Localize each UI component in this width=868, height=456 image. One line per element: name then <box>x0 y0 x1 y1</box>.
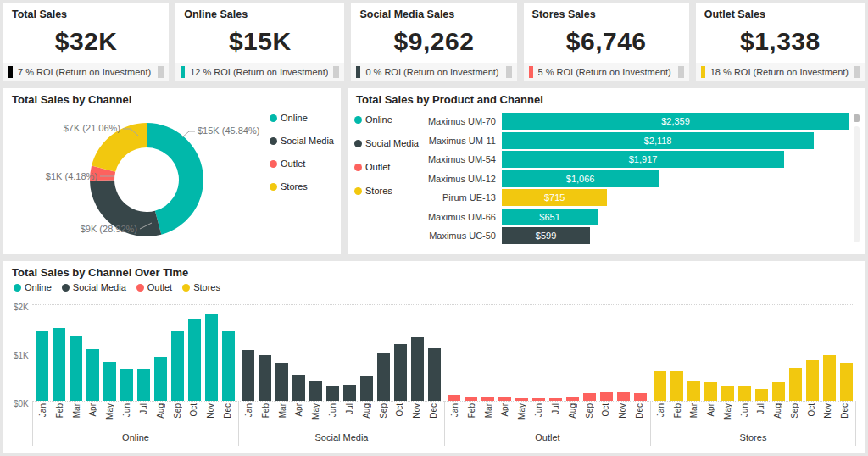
bar-column <box>342 299 359 401</box>
time-bar-feb[interactable] <box>259 355 271 401</box>
roi-end-bar <box>333 66 339 78</box>
time-bar-sep[interactable] <box>171 331 184 401</box>
product-bar[interactable]: $715 <box>502 189 607 206</box>
time-bar-may[interactable] <box>103 362 116 401</box>
legend-item-stores[interactable]: Stores <box>354 186 424 196</box>
product-bar[interactable]: $1,066 <box>502 170 659 187</box>
legend-item-social-media[interactable]: Social Media <box>354 138 424 148</box>
product-bar[interactable]: $2,118 <box>502 132 814 149</box>
legend-item-outlet[interactable]: Outlet <box>270 158 334 169</box>
product-bar[interactable]: $1,917 <box>502 151 784 168</box>
legend-dot <box>270 160 277 168</box>
roi-end-bar <box>678 66 684 78</box>
scrollbar-track[interactable] <box>854 126 860 242</box>
legend-item-social-media[interactable]: Social Media <box>62 282 126 292</box>
time-bar-mar[interactable] <box>275 363 288 401</box>
product-legend: Online Social Media Outlet Stores <box>354 111 424 247</box>
legend-item-online[interactable]: Online <box>14 282 52 292</box>
y-tick: $2K <box>14 303 29 312</box>
kpi-roi-strip: 18 % ROI (Return on Investment) <box>696 63 865 81</box>
time-bar-aug[interactable] <box>360 376 373 401</box>
kpi-card[interactable]: Social Media Sales $9,262 0 % ROI (Retur… <box>351 3 516 81</box>
legend-label: Stores <box>281 181 308 192</box>
time-bar-feb[interactable] <box>670 371 683 401</box>
legend-item-outlet[interactable]: Outlet <box>136 282 172 292</box>
time-bar-mar[interactable] <box>687 381 700 401</box>
kpi-value: $32K <box>3 20 169 63</box>
time-bar-nov[interactable] <box>411 337 424 401</box>
group-axis-labels: JanFebMarAprMayJunJulAugSepOctNovDecStor… <box>650 401 856 446</box>
bar-column <box>531 299 548 401</box>
group-axis-labels: JanFebMarAprMayJunJulAugSepOctNovDecOnli… <box>32 401 238 446</box>
bar-column <box>564 299 581 401</box>
bar-column <box>837 299 854 401</box>
kpi-card[interactable]: Outlet Sales $1,338 18 % ROI (Return on … <box>696 3 865 81</box>
time-bar-jul[interactable] <box>137 369 150 401</box>
time-bar-may[interactable] <box>309 381 322 401</box>
time-bar-dec[interactable] <box>428 348 441 401</box>
time-bar-jun[interactable] <box>326 386 339 401</box>
time-bar-jun[interactable] <box>120 369 133 401</box>
bar-column <box>548 299 565 401</box>
time-bar-sep[interactable] <box>377 353 390 401</box>
time-bar-jan[interactable] <box>36 331 48 401</box>
product-bar[interactable]: $651 <box>502 209 598 225</box>
time-bar-jun[interactable] <box>738 386 751 401</box>
group-bars <box>32 299 238 401</box>
month-label: Feb <box>674 403 682 418</box>
bar-column <box>480 299 497 401</box>
time-bar-nov[interactable] <box>617 392 630 401</box>
legend-item-online[interactable]: Online <box>270 113 334 123</box>
donut-legend: Online Social Media Outlet Stores <box>270 113 334 192</box>
time-bar-may[interactable] <box>721 386 734 401</box>
roi-end-bar <box>158 66 164 78</box>
bar-column <box>169 299 186 401</box>
legend-dot <box>354 140 362 147</box>
legend-dot <box>182 284 190 292</box>
time-bar-dec[interactable] <box>222 331 235 401</box>
time-bar-jul[interactable] <box>755 389 768 401</box>
product-bar[interactable]: $599 <box>502 227 590 244</box>
scrollbar[interactable] <box>853 113 860 242</box>
kpi-card[interactable]: Total Sales $32K 7 % ROI (Return on Inve… <box>3 3 169 81</box>
month-label: Aug <box>774 403 782 419</box>
time-groups: JanFebMarAprMayJunJulAugSepOctNovDecOnli… <box>32 299 856 453</box>
bar-column <box>186 299 203 401</box>
time-bar-jan[interactable] <box>242 350 254 401</box>
time-bar-apr[interactable] <box>704 382 717 401</box>
time-bar-jan[interactable] <box>448 395 460 401</box>
kpi-card[interactable]: Online Sales $15K 12 % ROI (Return on In… <box>175 3 344 81</box>
legend-item-online[interactable]: Online <box>354 114 424 125</box>
time-bar-oct[interactable] <box>806 360 819 401</box>
dashboard: Total Sales $32K 7 % ROI (Return on Inve… <box>0 0 868 456</box>
time-bar-oct[interactable] <box>600 392 613 401</box>
legend-item-social-media[interactable]: Social Media <box>270 136 334 146</box>
roi-label: 0 % ROI (Return on Investment) <box>365 67 500 77</box>
legend-dot <box>270 183 277 191</box>
time-bar-nov[interactable] <box>823 355 836 401</box>
time-bar-nov[interactable] <box>205 314 218 401</box>
time-bar-mar[interactable] <box>70 336 82 401</box>
legend-label: Online <box>281 113 308 123</box>
time-bar-oct[interactable] <box>188 319 201 401</box>
legend-item-stores[interactable]: Stores <box>270 181 334 192</box>
legend-item-outlet[interactable]: Outlet <box>354 162 424 172</box>
time-bar-sep[interactable] <box>789 368 802 401</box>
kpi-card[interactable]: Stores Sales $6,746 5 % ROI (Return on I… <box>524 3 689 81</box>
time-bar-dec[interactable] <box>634 393 647 401</box>
time-bar-apr[interactable] <box>86 349 99 401</box>
scrollbar-thumb[interactable] <box>854 114 860 122</box>
time-bar-apr[interactable] <box>292 375 305 401</box>
time-bar-feb[interactable] <box>53 328 65 401</box>
time-bar-sep[interactable] <box>583 393 596 401</box>
time-bar-jan[interactable] <box>654 371 666 401</box>
legend-item-stores[interactable]: Stores <box>182 282 220 292</box>
time-bar-dec[interactable] <box>840 363 853 401</box>
kpi-title: Social Media Sales <box>351 3 516 20</box>
time-bar-oct[interactable] <box>394 344 407 401</box>
time-bar-aug[interactable] <box>154 357 167 401</box>
time-bar-aug[interactable] <box>772 382 785 401</box>
product-bar[interactable]: $2,359 <box>502 113 849 130</box>
bar-column <box>102 299 119 401</box>
time-bar-jul[interactable] <box>343 385 356 401</box>
